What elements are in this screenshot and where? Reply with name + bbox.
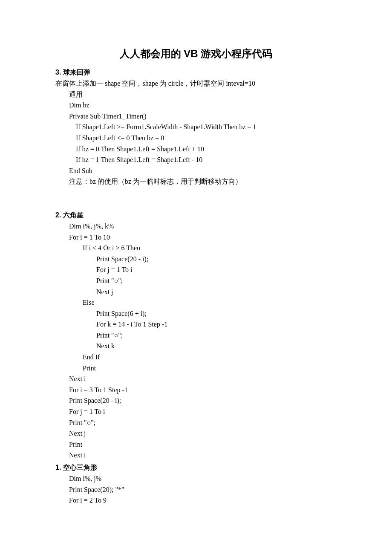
code-line: 在窗体上添加一 shape 空间，shape 为 circle，计时器空间 in… (55, 78, 337, 89)
code-line: Else (55, 297, 337, 308)
code-line: Print "○"; (55, 417, 337, 428)
code-line: Print Space(20 - i); (55, 395, 337, 406)
code-line: If bz = 0 Then Shape1.Left = Shape1.Left… (55, 144, 337, 155)
code-line: Print (55, 439, 337, 450)
code-line: If i < 4 Or i > 6 Then (55, 243, 337, 254)
code-line: For j = 1 To i (55, 264, 337, 275)
document-title: 人人都会用的 VB 游戏小程序代码 (55, 47, 337, 61)
code-line: Next j (55, 428, 337, 439)
section-heading: 2. 六角星 (55, 211, 337, 220)
code-line: Print Space(20); "*" (55, 484, 337, 495)
code-line: For i = 2 To 9 (55, 495, 337, 506)
code-line: Dim i%, j% (55, 473, 337, 484)
code-line: End If (55, 352, 337, 363)
code-line: Dim bz (55, 100, 337, 111)
code-line: For i = 3 To 1 Step -1 (55, 384, 337, 396)
code-line: Next j (55, 286, 337, 298)
section-heading: 3. 球来回弹 (55, 68, 337, 77)
code-line: Print Space(6 + i); (55, 308, 337, 319)
section-2: 2. 六角星 Dim i%, j%, k% For i = 1 To 10 If… (55, 211, 337, 461)
section-3: 3. 球来回弹 在窗体上添加一 shape 空间，shape 为 circle，… (55, 68, 337, 187)
code-line: For i = 1 To 10 (55, 232, 337, 243)
code-line: 通用 (55, 89, 337, 100)
code-line: 注意：bz 的使用（bz 为一临时标志，用于判断移动方向） (55, 176, 337, 187)
code-line: Print (55, 363, 337, 374)
code-line: For j = 1 To i (55, 406, 337, 417)
code-line: For k = 14 - i To 1 Step -1 (55, 319, 337, 330)
code-line: If bz = 1 Then Shape1.Left = Shape1.Left… (55, 154, 337, 165)
code-line: If Shape1.Left <= 0 Then bz = 0 (55, 133, 337, 144)
section-heading: 1. 空心三角形 (55, 463, 337, 472)
code-line: Print "○"; (55, 330, 337, 341)
code-line: Print "○"; (55, 275, 337, 286)
code-line: End Sub (55, 165, 337, 176)
code-line: Next i (55, 373, 337, 384)
code-line: Dim i%, j%, k% (55, 221, 337, 232)
code-line: Next i (55, 450, 337, 461)
section-1: 1. 空心三角形 Dim i%, j% Print Space(20); "*"… (55, 463, 337, 506)
code-line: Private Sub Timer1_Timer() (55, 111, 337, 122)
code-line: If Shape1.Left >= Form1.ScaleWidth - Sha… (55, 121, 337, 133)
document-page: 人人都会用的 VB 游戏小程序代码 3. 球来回弹 在窗体上添加一 shape … (0, 0, 392, 532)
code-line: Print Space(20 - i); (55, 254, 337, 265)
code-line: Next k (55, 341, 337, 352)
section-gap (55, 187, 337, 208)
